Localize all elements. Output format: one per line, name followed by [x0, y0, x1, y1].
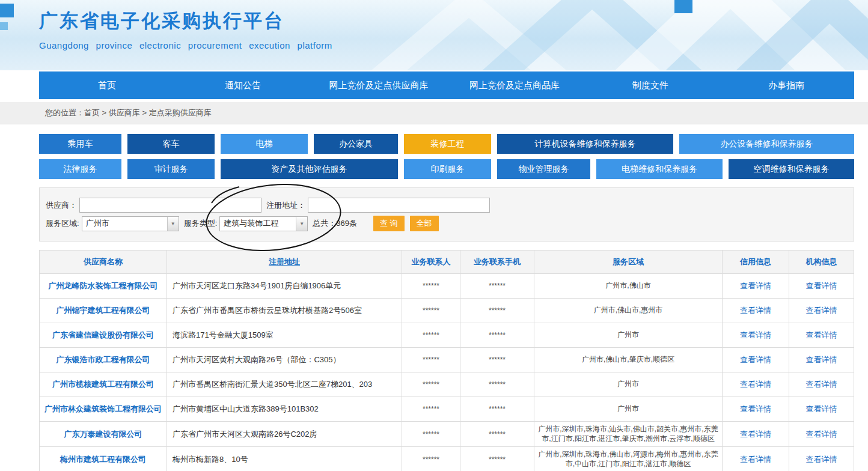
nav-item[interactable]: 制度文件	[582, 80, 718, 91]
nav-item[interactable]: 网上竞价及定点商品库	[447, 80, 582, 91]
table-row: 广州龙峰防水装饰工程有限公司 广州市天河区龙口东路34号1901房自编1906单…	[40, 274, 854, 299]
org-detail-link[interactable]: 查看详情	[806, 355, 837, 364]
category-button[interactable]: 电梯	[221, 134, 308, 154]
credit-detail-link[interactable]: 查看详情	[740, 430, 771, 439]
category-button[interactable]: 办公家具	[314, 134, 398, 154]
credit-info-cell: 查看详情	[723, 372, 789, 397]
category-button[interactable]: 办公设备维修和保养服务	[679, 134, 854, 154]
org-detail-link[interactable]: 查看详情	[806, 455, 837, 464]
category-button[interactable]: 资产及其他评估服务	[221, 159, 398, 179]
nav-item[interactable]: 通知公告	[175, 80, 311, 91]
address-input[interactable]	[308, 198, 490, 213]
org-info-cell: 查看详情	[789, 348, 854, 372]
supplier-address: 广州市番禺区桥南街汇景大道350号北区二座7梯201、203	[167, 372, 402, 397]
service-region: 广州市,佛山市,惠州市	[534, 299, 723, 323]
category-button[interactable]: 客车	[127, 134, 215, 154]
all-button[interactable]: 全部	[410, 216, 439, 231]
supplier-name-link[interactable]: 广州锦宇建筑工程有限公司	[40, 299, 167, 323]
service-region: 广州市,深圳市,珠海市,佛山市,河源市,梅州市,惠州市,东莞市,中山市,江门市,…	[534, 447, 723, 471]
credit-detail-link[interactable]: 查看详情	[740, 306, 771, 315]
service-type-select[interactable]: 建筑与装饰工程 ▼	[219, 216, 308, 231]
category-button[interactable]: 装修工程	[404, 134, 491, 154]
col-header-region[interactable]: 服务区域	[534, 251, 723, 274]
service-region: 广州市	[534, 323, 723, 348]
org-detail-link[interactable]: 查看详情	[806, 306, 837, 315]
query-button[interactable]: 查 询	[373, 216, 405, 231]
contact-masked: ******	[402, 274, 460, 299]
col-header-address[interactable]: 注册地址	[167, 251, 402, 274]
breadcrumb: 您的位置：首页 > 供应商库 > 定点采购供应商库	[0, 102, 868, 124]
site-title: 广东省电子化采购执行平台	[39, 8, 868, 34]
col-header-supplier-name[interactable]: 供应商名称	[40, 251, 167, 274]
category-button[interactable]: 审计服务	[127, 159, 215, 179]
org-info-cell: 查看详情	[789, 323, 854, 348]
supplier-table: 供应商名称 注册地址 业务联系人 业务联系手机 服务区域 信用信息 机构信息 广…	[39, 250, 854, 471]
supplier-address: 广东省广州市天河区大观南路26号C202房	[167, 422, 402, 447]
supplier-name-link[interactable]: 广州市榄核建筑工程有限公司	[40, 372, 167, 397]
org-detail-link[interactable]: 查看详情	[806, 380, 837, 389]
supplier-name-link[interactable]: 广东银浩市政工程有限公司	[40, 348, 167, 372]
col-header-org[interactable]: 机构信息	[789, 251, 854, 274]
category-button[interactable]: 空调维修和保养服务	[729, 159, 854, 179]
table-row: 广州市林众建筑装饰工程有限公司 广州市黄埔区中山大道东路389号101B302 …	[40, 397, 854, 422]
credit-detail-link[interactable]: 查看详情	[740, 380, 771, 389]
org-detail-link[interactable]: 查看详情	[806, 330, 837, 339]
credit-detail-link[interactable]: 查看详情	[740, 281, 771, 290]
category-button[interactable]: 乘用车	[39, 134, 121, 154]
supplier-address: 广东省广州市番禺区市桥街云星珠坑村横基路2号506室	[167, 299, 402, 323]
type-label: 服务类型:	[184, 218, 218, 229]
supplier-name-link[interactable]: 广东省建信建设股份有限公司	[40, 323, 167, 348]
region-select-value: 广州市	[82, 218, 113, 229]
service-region: 广州市,深圳市,珠海市,汕头市,佛山市,韶关市,惠州市,东莞市,江门市,阳江市,…	[534, 422, 723, 447]
supplier-address: 广州市天河区龙口东路34号1901房自编1906单元	[167, 274, 402, 299]
org-detail-link[interactable]: 查看详情	[806, 404, 837, 413]
category-button[interactable]: 电梯维修和保养服务	[596, 159, 723, 179]
phone-masked: ******	[460, 299, 534, 323]
col-header-phone[interactable]: 业务联系手机	[460, 251, 534, 274]
credit-info-cell: 查看详情	[723, 274, 789, 299]
category-button[interactable]: 物业管理服务	[497, 159, 590, 179]
credit-detail-link[interactable]: 查看详情	[740, 404, 771, 413]
supplier-address: 梅州市梅新路8、10号	[167, 447, 402, 471]
contact-masked: ******	[402, 299, 460, 323]
supplier-name-link[interactable]: 广州市林众建筑装饰工程有限公司	[40, 397, 167, 422]
category-button[interactable]: 印刷服务	[404, 159, 491, 179]
table-row: 广东银浩市政工程有限公司 广州市天河区黄村大观南路26号（部位：C305） **…	[40, 348, 854, 372]
nav-item[interactable]: 办事指南	[718, 80, 854, 91]
col-header-credit[interactable]: 信用信息	[723, 251, 789, 274]
total-count-text: 总共：369条	[313, 218, 357, 229]
category-button[interactable]: 法律服务	[39, 159, 121, 179]
credit-detail-link[interactable]: 查看详情	[740, 330, 771, 339]
supplier-name-link[interactable]: 广州龙峰防水装饰工程有限公司	[40, 274, 167, 299]
col-header-contact[interactable]: 业务联系人	[402, 251, 460, 274]
main-nav: 首页 通知公告 网上竞价及定点供应商库 网上竞价及定点商品库 制度文件 办事指南	[39, 71, 854, 99]
credit-detail-link[interactable]: 查看详情	[740, 355, 771, 364]
contact-masked: ******	[402, 422, 460, 447]
org-detail-link[interactable]: 查看详情	[806, 430, 837, 439]
credit-detail-link[interactable]: 查看详情	[740, 455, 771, 464]
category-button[interactable]: 计算机设备维修和保养服务	[497, 134, 673, 154]
supplier-name-link[interactable]: 梅州市建筑工程有限公司	[40, 447, 167, 471]
supplier-name-link[interactable]: 广东万泰建设有限公司	[40, 422, 167, 447]
phone-masked: ******	[460, 422, 534, 447]
table-row: 梅州市建筑工程有限公司 梅州市梅新路8、10号 ****** ****** 广州…	[40, 447, 854, 471]
org-detail-link[interactable]: 查看详情	[806, 281, 837, 290]
credit-info-cell: 查看详情	[723, 348, 789, 372]
service-region: 广州市,佛山市	[534, 274, 723, 299]
site-subtitle: Guangdong province electronic procuremen…	[39, 40, 868, 50]
phone-masked: ******	[460, 348, 534, 372]
contact-masked: ******	[402, 323, 460, 348]
service-region: 广州市	[534, 372, 723, 397]
credit-info-cell: 查看详情	[723, 299, 789, 323]
address-label: 注册地址：	[266, 200, 305, 211]
nav-item[interactable]: 首页	[39, 80, 175, 91]
supplier-label: 供应商：	[46, 200, 77, 211]
nav-item[interactable]: 网上竞价及定点供应商库	[311, 80, 447, 91]
org-info-cell: 查看详情	[789, 274, 854, 299]
dropdown-arrow-icon: ▼	[167, 217, 179, 231]
supplier-input[interactable]	[79, 198, 261, 213]
total-count: 369	[336, 219, 349, 228]
table-row: 广州锦宇建筑工程有限公司 广东省广州市番禺区市桥街云星珠坑村横基路2号506室 …	[40, 299, 854, 323]
region-select[interactable]: 广州市 ▼	[82, 216, 179, 231]
service-type-select-value: 建筑与装饰工程	[220, 218, 282, 229]
